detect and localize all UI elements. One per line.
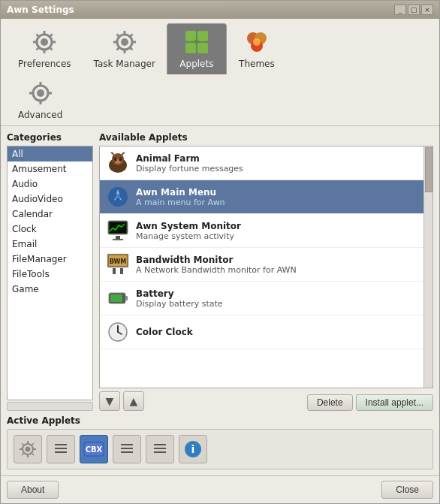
awn-system-monitor-name: Awn System Monitor: [136, 221, 426, 231]
svg-line-6: [37, 35, 40, 38]
awn-main-menu-name: Awn Main Menu: [136, 187, 426, 198]
active-chip-cbx[interactable]: CBX: [80, 435, 108, 463]
delete-button[interactable]: Delete: [307, 394, 353, 411]
active-chip-list1[interactable]: [47, 435, 75, 463]
applets-scrollbar[interactable]: [423, 146, 432, 388]
active-chip-info[interactable]: i: [179, 435, 207, 463]
advanced-label: Advanced: [18, 110, 62, 120]
svg-rect-71: [55, 448, 67, 449]
active-chip-list2[interactable]: [113, 435, 141, 463]
close-button[interactable]: Close: [381, 481, 433, 499]
svg-line-17: [129, 47, 132, 50]
applet-color-clock[interactable]: Color Clock: [100, 315, 432, 349]
scroll-down-button[interactable]: ▼: [99, 391, 120, 411]
category-item-all[interactable]: All: [8, 146, 92, 161]
animal-farm-desc: Display fortune messages: [136, 164, 426, 174]
applet-animal-farm[interactable]: Animal Farm Display fortune messages: [100, 146, 432, 180]
themes-icon: [243, 29, 270, 56]
svg-point-11: [121, 38, 128, 46]
svg-line-18: [129, 35, 132, 38]
animal-farm-info: Animal Farm Display fortune messages: [136, 153, 426, 174]
active-chip-list3[interactable]: [146, 435, 174, 463]
toolbar: Preferences Task Manager: [1, 19, 439, 126]
active-applets-section: Active Applets: [7, 415, 433, 469]
svg-line-9: [37, 47, 40, 50]
svg-rect-75: [121, 444, 133, 445]
applets-list[interactable]: Animal Farm Display fortune messages: [99, 146, 433, 388]
applet-battery[interactable]: Battery Display battery state: [100, 282, 432, 315]
svg-point-44: [115, 194, 121, 200]
window-title: Awn Settings: [7, 5, 74, 15]
svg-line-66: [22, 443, 24, 445]
tab-task-manager[interactable]: Task Manager: [83, 23, 167, 74]
categories-panel: Categories All Amusement Audio AudioVide…: [7, 132, 93, 411]
applets-icon: ✦: [183, 29, 210, 56]
svg-line-68: [32, 443, 34, 445]
tab-preferences[interactable]: Preferences: [7, 23, 83, 74]
svg-rect-46: [110, 222, 126, 233]
tab-advanced[interactable]: Advanced: [7, 74, 74, 125]
bandwidth-monitor-info: Bandwidth Monitor A Network Bandwidth mo…: [136, 255, 426, 275]
preferences-label: Preferences: [18, 59, 71, 69]
svg-point-41: [119, 159, 122, 161]
category-item-email[interactable]: Email: [8, 237, 92, 252]
close-button[interactable]: ×: [421, 5, 433, 15]
install-applet-button[interactable]: Install applet...: [356, 394, 433, 411]
animal-farm-icon: [106, 151, 130, 175]
category-item-audiovideo[interactable]: AudioVideo: [8, 192, 92, 207]
active-applets-title: Active Applets: [7, 415, 433, 426]
themes-label: Themes: [239, 59, 275, 69]
active-chip-gear[interactable]: [14, 435, 42, 463]
title-bar: Awn Settings _ □ ×: [1, 1, 439, 19]
applets-title: Available Applets: [99, 132, 433, 143]
svg-line-69: [22, 453, 24, 455]
categories-list[interactable]: All Amusement Audio AudioVideo Calendar …: [7, 146, 93, 400]
svg-point-40: [115, 159, 117, 161]
svg-rect-47: [116, 236, 120, 239]
svg-line-16: [116, 35, 119, 38]
svg-rect-52: [113, 268, 116, 274]
awn-system-monitor-desc: Manage system activity: [136, 231, 426, 241]
applet-awn-system-monitor[interactable]: Awn System Monitor Manage system activit…: [100, 214, 432, 248]
tab-applets[interactable]: ✦ Applets: [167, 23, 227, 74]
minimize-button[interactable]: _: [394, 5, 406, 15]
active-applets-bar: CBX: [7, 429, 433, 469]
svg-point-30: [37, 89, 44, 97]
category-item-filetools[interactable]: FileTools: [8, 267, 92, 282]
svg-rect-80: [154, 451, 166, 453]
awn-main-menu-desc: A main menu for Awn: [136, 198, 426, 207]
battery-desc: Display battery state: [136, 299, 426, 309]
scroll-up-button[interactable]: ▲: [123, 391, 144, 411]
category-item-calendar[interactable]: Calendar: [8, 207, 92, 222]
applet-bandwidth-monitor[interactable]: BWM Bandwidth Monitor A Network Bandwidt…: [100, 248, 432, 282]
categories-scrollbar[interactable]: [7, 402, 93, 411]
svg-rect-78: [154, 444, 166, 445]
svg-point-1: [41, 38, 48, 46]
svg-text:✦: ✦: [191, 35, 201, 49]
color-clock-info: Color Clock: [136, 327, 426, 337]
awn-main-menu-info: Awn Main Menu A main menu for Awn: [136, 187, 426, 207]
category-item-audio[interactable]: Audio: [8, 177, 92, 192]
category-item-filemanager[interactable]: FileManager: [8, 252, 92, 267]
battery-info: Battery Display battery state: [136, 288, 426, 309]
svg-rect-79: [154, 448, 166, 449]
scrollbar-thumb: [425, 147, 432, 192]
svg-point-28: [253, 38, 261, 46]
category-item-game[interactable]: Game: [8, 282, 92, 297]
category-item-amusement[interactable]: Amusement: [8, 161, 92, 177]
color-clock-name: Color Clock: [136, 327, 426, 337]
category-item-clock[interactable]: Clock: [8, 222, 92, 237]
svg-line-7: [49, 47, 52, 50]
applets-controls: ▼ ▲ Delete Install applet...: [99, 391, 433, 411]
awn-system-monitor-info: Awn System Monitor Manage system activit…: [136, 221, 426, 241]
main-window: Awn Settings _ □ ×: [0, 0, 440, 504]
about-button[interactable]: About: [7, 481, 59, 499]
maximize-button[interactable]: □: [408, 5, 420, 15]
applet-awn-main-menu[interactable]: Awn Main Menu A main menu for Awn: [100, 180, 432, 214]
task-manager-label: Task Manager: [94, 59, 155, 69]
bandwidth-monitor-desc: A Network Bandwidth monitor for AWN: [136, 265, 426, 275]
tab-themes[interactable]: Themes: [227, 23, 287, 74]
action-buttons: Delete Install applet...: [147, 394, 433, 411]
svg-text:BWM: BWM: [110, 258, 126, 265]
battery-name: Battery: [136, 288, 426, 299]
